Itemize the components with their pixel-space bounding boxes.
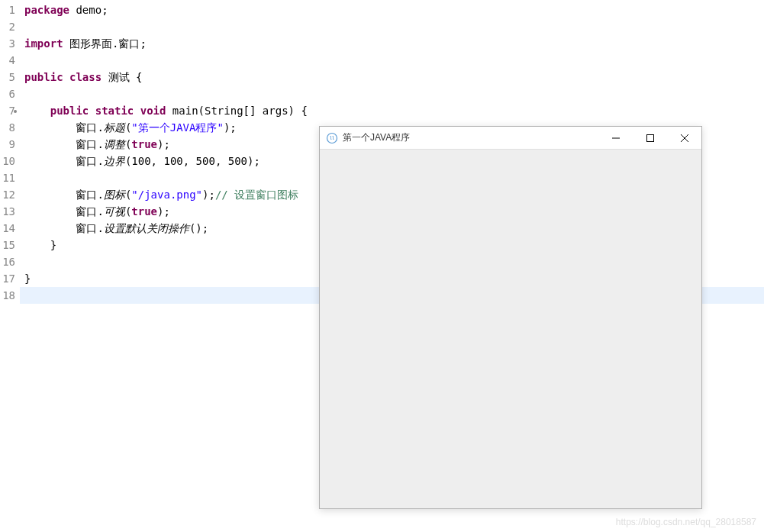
svg-point-0 (327, 133, 337, 143)
java-icon (326, 132, 338, 144)
line-number: 16 (0, 253, 15, 270)
line-number: 8 (0, 119, 15, 136)
line-number: 7 (0, 102, 15, 119)
line-number: 4 (0, 52, 15, 69)
close-button[interactable] (667, 127, 701, 149)
code-line (24, 18, 764, 35)
maximize-button[interactable] (633, 127, 667, 149)
line-number: 9 (0, 136, 15, 153)
window-titlebar[interactable]: 第一个JAVA程序 (320, 127, 701, 150)
line-number: 5 (0, 69, 15, 85)
svg-rect-2 (646, 134, 653, 141)
line-number: 13 (0, 203, 15, 220)
window-content-area (320, 150, 701, 508)
minimize-button[interactable] (598, 127, 633, 149)
code-line: import 图形界面.窗口; (24, 35, 764, 52)
line-number: 18 (0, 287, 15, 304)
code-line: public class 测试 { (24, 69, 764, 85)
window-title: 第一个JAVA程序 (343, 131, 598, 144)
java-application-window[interactable]: 第一个JAVA程序 (319, 126, 702, 509)
line-number-gutter: 1 2 3 4 5 6 7 8 9 10 11 12 13 14 15 16 1… (0, 0, 20, 532)
line-number: 6 (0, 85, 15, 102)
window-controls (598, 127, 701, 149)
line-number: 14 (0, 220, 15, 237)
code-line (24, 52, 764, 69)
line-number: 15 (0, 237, 15, 253)
line-number: 1 (0, 2, 15, 18)
code-line: public static void main(String[] args) { (24, 102, 764, 119)
line-number: 12 (0, 186, 15, 203)
line-number: 17 (0, 270, 15, 287)
code-line: package demo; (24, 2, 764, 18)
watermark-text: https://blog.csdn.net/qq_28018587 (616, 517, 756, 527)
line-number: 10 (0, 153, 15, 169)
line-number: 2 (0, 18, 15, 35)
code-line (24, 85, 764, 102)
line-number: 3 (0, 35, 15, 52)
line-number: 11 (0, 169, 15, 186)
